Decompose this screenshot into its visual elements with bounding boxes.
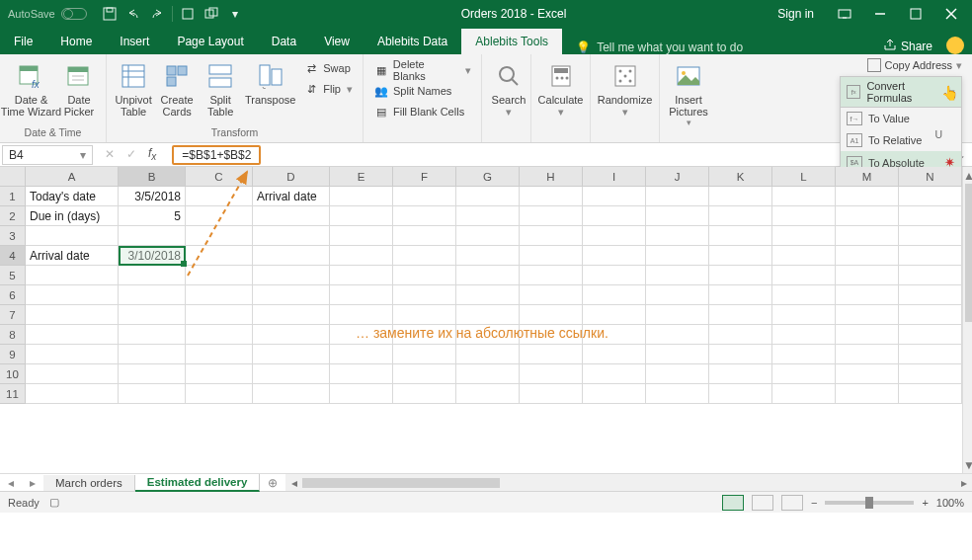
cell-A3[interactable] <box>26 226 119 246</box>
cell-E8[interactable] <box>330 325 393 345</box>
normal-view-icon[interactable] <box>722 495 744 511</box>
tab-ablebits-data[interactable]: Ablebits Data <box>364 29 461 54</box>
cell-G3[interactable] <box>456 226 520 246</box>
cell-F2[interactable] <box>393 206 456 226</box>
column-header-A[interactable]: A <box>26 167 119 187</box>
cell-E6[interactable] <box>330 285 393 305</box>
cell-J1[interactable] <box>646 187 709 206</box>
ribbon-options-icon[interactable] <box>828 2 861 26</box>
cell-G6[interactable] <box>456 285 520 305</box>
zoom-out-icon[interactable]: − <box>811 497 817 509</box>
cell-H10[interactable] <box>520 364 583 384</box>
cell-M2[interactable] <box>836 206 899 226</box>
share-button[interactable]: Share <box>873 38 942 54</box>
date-picker-button[interactable]: Date Picker <box>58 58 100 120</box>
cell-E4[interactable] <box>330 246 393 266</box>
emoji-icon[interactable] <box>946 37 964 54</box>
cell-H9[interactable] <box>520 345 583 364</box>
cell-J11[interactable] <box>646 384 709 404</box>
cell-C3[interactable] <box>186 226 253 246</box>
cell-N10[interactable] <box>899 364 962 384</box>
cell-D11[interactable] <box>253 384 330 404</box>
redo-icon[interactable] <box>146 3 168 25</box>
page-layout-view-icon[interactable] <box>752 495 773 511</box>
cell-N5[interactable] <box>899 266 962 285</box>
cell-H1[interactable] <box>520 187 583 206</box>
column-header-J[interactable]: J <box>646 167 709 187</box>
cell-M8[interactable] <box>836 325 899 345</box>
scroll-left-icon[interactable]: ◂ <box>285 476 302 490</box>
cell-L11[interactable] <box>772 384 836 404</box>
cell-N9[interactable] <box>899 345 962 364</box>
cell-I10[interactable] <box>583 364 646 384</box>
cell-J8[interactable] <box>646 325 709 345</box>
undo-icon[interactable] <box>122 3 144 25</box>
cell-I8[interactable] <box>583 325 646 345</box>
cell-E10[interactable] <box>330 364 393 384</box>
cell-E9[interactable] <box>330 345 393 364</box>
row-header-6[interactable]: 6 <box>0 285 26 305</box>
enter-formula-icon[interactable]: ✓ <box>126 147 136 161</box>
cell-K1[interactable] <box>709 187 772 206</box>
cell-L5[interactable] <box>772 266 836 285</box>
column-header-D[interactable]: D <box>253 167 330 187</box>
cell-L8[interactable] <box>772 325 836 345</box>
scroll-down-icon[interactable]: ▼ <box>963 456 972 473</box>
cell-J4[interactable] <box>646 246 709 266</box>
cell-D5[interactable] <box>253 266 330 285</box>
zoom-in-icon[interactable]: + <box>922 497 928 509</box>
hscroll-thumb[interactable] <box>302 478 500 488</box>
cell-N3[interactable] <box>899 226 962 246</box>
cell-H4[interactable] <box>520 246 583 266</box>
row-header-3[interactable]: 3 <box>0 226 26 246</box>
cell-I11[interactable] <box>583 384 646 404</box>
cell-F6[interactable] <box>393 285 456 305</box>
cell-L6[interactable] <box>772 285 836 305</box>
cell-G1[interactable] <box>456 187 520 206</box>
cell-A11[interactable] <box>26 384 119 404</box>
cell-B2[interactable]: 5 <box>119 206 186 226</box>
fill-blank-cells-button[interactable]: ▤Fill Blank Cells <box>369 102 475 121</box>
cell-I1[interactable] <box>583 187 646 206</box>
column-header-K[interactable]: K <box>709 167 772 187</box>
cell-B3[interactable] <box>119 226 186 246</box>
cell-M9[interactable] <box>836 345 899 364</box>
cell-B1[interactable]: 3/5/2018 <box>119 187 186 206</box>
cell-C7[interactable] <box>186 305 253 325</box>
cell-A8[interactable] <box>26 325 119 345</box>
new-sheet-icon[interactable]: ⊕ <box>260 476 285 490</box>
cell-K3[interactable] <box>709 226 772 246</box>
cell-N7[interactable] <box>899 305 962 325</box>
cell-C8[interactable] <box>186 325 253 345</box>
cell-B8[interactable] <box>119 325 186 345</box>
tab-page-layout[interactable]: Page Layout <box>163 29 257 54</box>
cell-L7[interactable] <box>772 305 836 325</box>
sheet-tab-march[interactable]: March orders <box>43 475 135 491</box>
cell-E5[interactable] <box>330 266 393 285</box>
swap-button[interactable]: ⇄Swap <box>299 58 357 78</box>
cell-B9[interactable] <box>119 345 186 364</box>
calculate-button[interactable]: Calculate▾ <box>537 58 584 120</box>
unpivot-table-button[interactable]: Unpivot Table <box>113 58 154 120</box>
cell-C2[interactable] <box>186 206 253 226</box>
cell-D2[interactable] <box>253 206 330 226</box>
sign-in-link[interactable]: Sign in <box>777 7 814 21</box>
cell-J10[interactable] <box>646 364 709 384</box>
zoom-slider[interactable] <box>825 501 914 505</box>
cell-A1[interactable]: Today's date <box>26 187 119 206</box>
cell-B4[interactable]: 3/10/2018 <box>119 246 186 266</box>
cell-D7[interactable] <box>253 305 330 325</box>
create-cards-button[interactable]: Create Cards <box>156 58 198 120</box>
row-header-10[interactable]: 10 <box>0 364 26 384</box>
scroll-right-icon[interactable]: ▸ <box>955 476 972 490</box>
close-icon[interactable] <box>934 2 968 26</box>
cell-G7[interactable] <box>456 305 520 325</box>
cell-J7[interactable] <box>646 305 709 325</box>
qat-item-1[interactable] <box>177 3 199 25</box>
cell-B6[interactable] <box>119 285 186 305</box>
tell-me[interactable]: 💡 Tell me what you want to do <box>562 40 757 54</box>
qat-item-2[interactable] <box>201 3 222 25</box>
flip-button[interactable]: ⇵Flip▾ <box>299 79 357 99</box>
tab-file[interactable]: File <box>0 29 46 54</box>
cell-M4[interactable] <box>836 246 899 266</box>
